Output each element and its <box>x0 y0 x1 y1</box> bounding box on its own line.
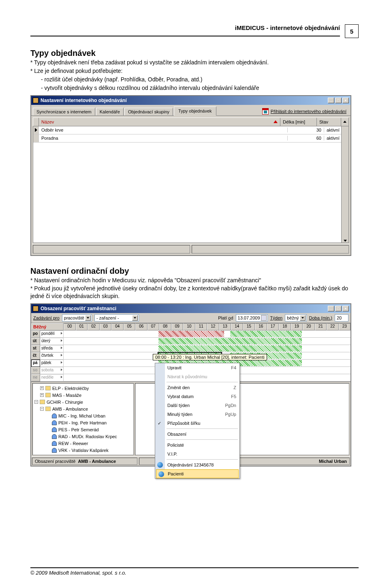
context-item[interactable]: Změnit denZ <box>155 383 239 392</box>
context-item[interactable]: Obsazení <box>155 430 239 439</box>
statusbar <box>32 244 350 254</box>
tree-item[interactable]: +MAS - Masáže <box>34 392 133 398</box>
section1-b1: - rozlišit účel objednávky (např. Prohlí… <box>41 76 359 83</box>
context-item[interactable]: Další týdenPgDn <box>155 401 239 410</box>
person-icon <box>52 434 57 439</box>
tab-groups[interactable]: Objednávací skupiny <box>124 108 173 115</box>
doba-value: 20 <box>337 315 342 320</box>
doba-input[interactable]: 20 <box>335 314 348 322</box>
col-name[interactable]: Název <box>39 118 280 126</box>
section1-title: Typy objednávek <box>30 49 359 58</box>
tree-item[interactable]: VRK - Vratislav Kašpárek <box>34 447 133 454</box>
context-shortcut: PgDn <box>225 403 236 408</box>
day-track[interactable] <box>64 330 351 338</box>
tree-expand-icon[interactable]: + <box>40 386 44 390</box>
dropdown-icon <box>132 315 138 321</box>
timeline-body[interactable]: popondělíútúterýststředačtčtvrtekpápátek… <box>31 330 351 381</box>
tree-item[interactable]: −AMB - Ambulance <box>34 405 133 412</box>
context-item-label: Návrat k původnímu <box>167 374 207 379</box>
tree-item[interactable]: REW - Reewer <box>34 440 133 447</box>
tree[interactable]: +ELP - Elektroléčby+MAS - Masáže−GCHIR -… <box>32 383 134 455</box>
day-name: sobota <box>40 367 64 374</box>
zadavani-combo[interactable]: pracoviště <box>62 314 92 322</box>
timeline-row[interactable]: popondělí <box>31 330 351 338</box>
context-item[interactable]: Vybrat datumF5 <box>155 392 239 401</box>
hour-header: 18 <box>279 323 291 330</box>
date-input[interactable]: 13.07.2009 <box>236 314 268 322</box>
grid-body: Odběr krve 30 aktivní Poradna 60 aktivní <box>33 126 349 243</box>
timeline-row[interactable]: útúterý <box>31 338 351 345</box>
col-length[interactable]: Délka [min] <box>280 118 317 126</box>
folder-icon <box>45 407 51 411</box>
scrollbar[interactable] <box>341 126 348 243</box>
context-menu[interactable]: UpravitF4Návrat k původnímuZměnit denZVy… <box>155 363 240 479</box>
table-row[interactable]: Poradna 60 aktivní <box>33 134 348 143</box>
context-item[interactable]: V.I.P. <box>155 450 239 458</box>
close-button[interactable]: × <box>342 306 349 311</box>
context-shortcut: F4 <box>231 365 236 370</box>
tree-item[interactable]: RAD - MUDr. Radoslav Krpec <box>34 433 133 440</box>
minimize-button[interactable]: _ <box>328 306 334 311</box>
tyden-combo[interactable]: běžný <box>285 314 306 322</box>
schedule-block[interactable] <box>158 345 302 352</box>
context-item[interactable]: UpravitF4 <box>155 363 239 372</box>
page-number: 5 <box>345 24 359 38</box>
context-item: Návrat k původnímu <box>155 372 239 381</box>
day-track[interactable] <box>64 338 351 345</box>
context-item[interactable]: Minulý týdenPgUp <box>155 410 239 419</box>
close-button[interactable]: × <box>342 98 349 103</box>
zarazeni-combo[interactable]: - zařazení - <box>94 314 139 322</box>
maximize-button[interactable]: □ <box>335 306 342 311</box>
titlebar[interactable]: Obsazení pracovišť zaměstnanci _ □ × <box>31 304 351 313</box>
tree-expand-icon[interactable]: + <box>40 393 44 397</box>
table-row[interactable]: Odběr krve 30 aktivní <box>33 126 348 134</box>
tree-item-label: AMB - Ambulance <box>52 407 88 411</box>
tree-expand-icon[interactable]: − <box>40 407 44 411</box>
tree-item[interactable]: MIC - Ing. Michal Urban <box>34 412 133 419</box>
hour-header: 00 <box>64 323 76 330</box>
tyden-label: Týden <box>270 315 283 320</box>
context-item[interactable]: Policisté <box>155 441 239 450</box>
schedule-block[interactable] <box>230 331 302 337</box>
timeline-corner: Běžný <box>31 323 64 330</box>
schedule-block[interactable] <box>158 338 302 344</box>
hour-header: 17 <box>267 323 279 330</box>
tab-types[interactable]: Typy objednávek <box>174 107 216 116</box>
context-item[interactable]: ✓Přizpůsobit šířku <box>155 419 239 428</box>
day-name: středa <box>40 345 64 352</box>
schedule-block[interactable] <box>158 331 224 337</box>
col-state[interactable]: Stav <box>317 118 341 126</box>
header-title: iMEDICUS - internetové objednávání <box>235 24 340 31</box>
person-icon <box>52 427 57 432</box>
maximize-button[interactable]: □ <box>335 98 342 103</box>
tab-sync[interactable]: Synchronizace s internetem <box>33 108 95 115</box>
hour-header: 14 <box>231 323 243 330</box>
context-item[interactable]: Pacienti <box>156 469 239 478</box>
app-icon <box>33 306 38 311</box>
window-title: Nastavení internetového objednávání <box>41 98 326 103</box>
tree-item[interactable]: PES - Petr Semerád <box>34 426 133 433</box>
section2-p1: * Nastavení ordinačních hodin v Medicusu… <box>30 277 359 284</box>
hour-header: 15 <box>243 323 255 330</box>
tab-calendars[interactable]: Kalendáře <box>96 108 124 115</box>
tree-item-label: PEH - Ing. Petr Hartman <box>58 420 107 425</box>
tree-expand-icon[interactable]: − <box>34 400 38 404</box>
tree-item[interactable]: +ELP - Elektroléčby <box>34 385 133 392</box>
window-schedule: Obsazení pracovišť zaměstnanci _ □ × Zad… <box>30 303 351 467</box>
tree-item[interactable]: PEH - Ing. Petr Hartman <box>34 419 133 426</box>
dropdown-icon <box>85 315 91 321</box>
titlebar[interactable]: Nastavení internetového objednávání _ □ … <box>31 96 351 105</box>
status-left-value: AMB - Ambulance <box>78 459 116 464</box>
login-link[interactable]: Přihlásit do internetového objednávání <box>260 107 349 115</box>
row-marker <box>33 134 39 142</box>
scroll-up-button[interactable] <box>341 118 348 126</box>
hour-header: 11 <box>195 323 207 330</box>
timeline-row[interactable]: ststředa <box>31 345 351 352</box>
context-item[interactable]: Objednávání 12345678 <box>155 460 239 469</box>
day-track[interactable] <box>64 345 351 352</box>
tree-item[interactable]: −GCHIR - Chirurgie <box>34 398 133 405</box>
minimize-button[interactable]: _ <box>328 98 334 103</box>
tree-item-label: GCHIR - Chirurgie <box>47 400 83 405</box>
folder-icon <box>45 393 51 397</box>
context-item-label: Objednávání 12345678 <box>167 462 214 467</box>
